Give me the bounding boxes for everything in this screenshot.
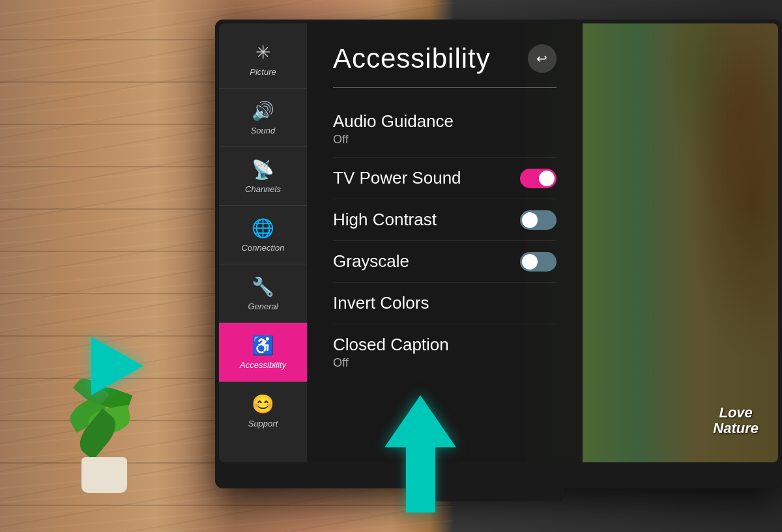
arrow-up-head (384, 395, 456, 447)
setting-closed-caption[interactable]: Closed Caption Off (333, 324, 557, 380)
sidebar-item-connection[interactable]: 🌐 Connection (219, 206, 307, 264)
setting-high-contrast[interactable]: High Contrast (333, 199, 557, 241)
sidebar-label-general: General (248, 301, 278, 311)
arrow-up-indicator (384, 395, 456, 512)
back-button[interactable]: ↩ (528, 44, 557, 73)
high-contrast-toggle-knob (522, 212, 538, 228)
audio-guidance-info: Audio Guidance Off (333, 111, 454, 147)
sidebar-label-support: Support (248, 419, 278, 428)
sidebar-item-support[interactable]: 😊 Support (219, 382, 307, 440)
sidebar-item-sound[interactable]: 🔊 Sound (219, 89, 307, 147)
sidebar-item-channels[interactable]: 📡 Channels (219, 147, 307, 206)
grayscale-name: Grayscale (333, 251, 409, 272)
back-icon: ↩ (536, 51, 547, 66)
plant-pot (81, 457, 127, 493)
header-divider (333, 87, 557, 88)
page-header: Accessibility ↩ (333, 43, 557, 74)
tv-frame: Love Nature ✳ Picture 🔊 Sound 📡 Channels (215, 20, 782, 488)
setting-invert-colors[interactable]: Invert Colors (333, 283, 557, 324)
sidebar-label-connection: Connection (242, 243, 285, 253)
high-contrast-name: High Contrast (333, 210, 437, 230)
grayscale-toggle[interactable] (520, 252, 557, 272)
sidebar: ✳ Picture 🔊 Sound 📡 Channels 🌐 Connectio… (219, 23, 307, 462)
sidebar-item-picture[interactable]: ✳ Picture (219, 30, 307, 89)
connection-icon: 🌐 (252, 217, 274, 239)
high-contrast-info: High Contrast (333, 210, 437, 230)
audio-guidance-name: Audio Guidance (333, 111, 454, 132)
general-icon: 🔧 (252, 276, 274, 298)
invert-colors-info: Invert Colors (333, 293, 429, 313)
sound-icon: 🔊 (252, 100, 274, 122)
tv-power-sound-info: TV Power Sound (333, 168, 461, 188)
high-contrast-toggle[interactable] (520, 210, 557, 230)
sidebar-label-sound: Sound (251, 126, 276, 135)
invert-colors-name: Invert Colors (333, 293, 429, 313)
tv-screen: Love Nature ✳ Picture 🔊 Sound 📡 Channels (219, 23, 778, 462)
picture-icon: ✳ (255, 42, 270, 63)
tv-power-sound-toggle-knob (539, 171, 555, 186)
arrow-right-indicator (91, 337, 143, 395)
sidebar-label-picture: Picture (250, 67, 276, 77)
support-icon: 😊 (252, 393, 274, 415)
sidebar-label-accessibility: Accessibility (240, 360, 286, 370)
accessibility-icon: ♿ (252, 335, 274, 356)
channel-watermark: Love Nature (713, 405, 759, 436)
tv-power-sound-name: TV Power Sound (333, 168, 461, 188)
grayscale-info: Grayscale (333, 251, 409, 272)
closed-caption-name: Closed Caption (333, 335, 449, 355)
sidebar-label-channels: Channels (245, 184, 281, 194)
sidebar-item-general[interactable]: 🔧 General (219, 264, 307, 323)
tv-power-sound-toggle[interactable] (520, 169, 557, 188)
sidebar-item-accessibility[interactable]: ♿ Accessibility (219, 323, 307, 382)
setting-audio-guidance[interactable]: Audio Guidance Off (333, 101, 557, 158)
arrow-up-shaft (406, 447, 435, 512)
closed-caption-value: Off (333, 356, 449, 370)
page-title: Accessibility (333, 43, 491, 74)
setting-tv-power-sound[interactable]: TV Power Sound (333, 158, 557, 199)
settings-list: Audio Guidance Off TV Power Sound (333, 101, 557, 380)
audio-guidance-value: Off (333, 133, 454, 147)
setting-grayscale[interactable]: Grayscale (333, 241, 557, 283)
grayscale-toggle-knob (522, 254, 538, 270)
channels-icon: 📡 (252, 159, 274, 180)
closed-caption-info: Closed Caption Off (333, 335, 449, 370)
